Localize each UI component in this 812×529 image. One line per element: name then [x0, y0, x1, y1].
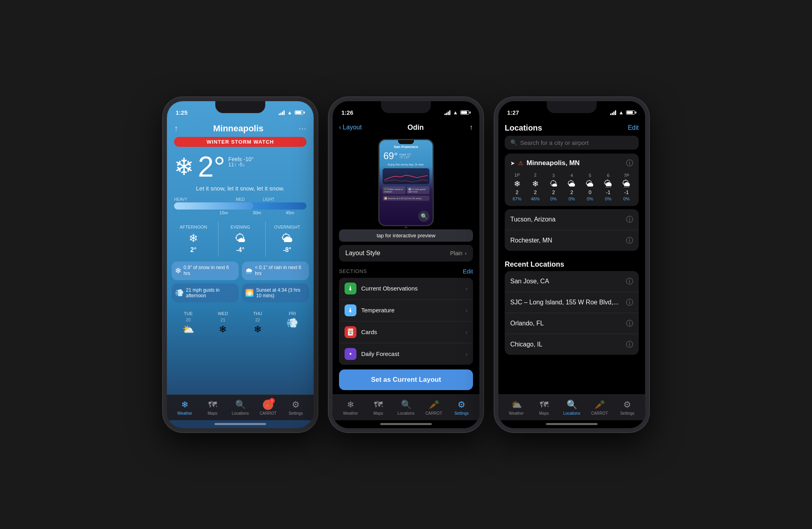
mini-temp-detail: Feels 72° 72° | 57°: [399, 153, 411, 159]
section-daily-forecast[interactable]: ✦ Daily Forecast ›: [339, 343, 473, 365]
wind-info-card[interactable]: 💨 21 mph gusts in afternoon: [172, 283, 239, 302]
day-tue[interactable]: TUE 20 ⛅: [172, 309, 205, 339]
phone3-screen: 1:27 ▲ Locations Edit: [498, 101, 645, 428]
weather-tab-icon: ❄: [181, 400, 188, 410]
sjc-info-icon[interactable]: ⓘ: [626, 298, 633, 307]
tab-weather-2[interactable]: ❄ Weather: [337, 400, 364, 416]
carrot-tab-label-3: CARROT: [591, 411, 608, 416]
day-wed-icon: ❄: [207, 324, 239, 335]
wind-info-text: 21 mph gusts in afternoon: [186, 287, 236, 298]
chicago-info-icon[interactable]: ⓘ: [626, 340, 633, 349]
tab-carrot-3[interactable]: 🥕 CARROT: [586, 400, 613, 416]
cards-icon: 🃏: [345, 326, 356, 338]
rain-forecast-card[interactable]: 🌧 < 0.1" of rain in next 6 hrs: [242, 262, 309, 280]
hour-5-temp: 0: [583, 189, 597, 195]
tooltip-text: tap for interactive preview: [377, 233, 435, 239]
precip-time-now: [174, 210, 207, 215]
layout-style-row[interactable]: Layout Style Plain ›: [339, 245, 473, 262]
temperature-icon: 🌡: [345, 304, 356, 316]
settings-tab-icon-2: ⚙: [458, 400, 465, 410]
share-button[interactable]: ↑: [174, 124, 178, 133]
tab-locations-2[interactable]: 🔍 Locations: [392, 400, 420, 416]
period-overnight-icon: 🌥: [267, 232, 307, 245]
storm-alert-banner[interactable]: WINTER STORM WATCH: [174, 137, 306, 147]
zoom-button[interactable]: 🔍: [418, 211, 429, 222]
phone2-content: ‹ Layout Odin ↑ San Francisco 69°: [333, 120, 479, 428]
maps-tab-icon: 🗺: [208, 400, 217, 410]
precip-time-labels: 15m 30m 45m: [174, 210, 306, 215]
hour-2-temp: 2: [529, 189, 542, 195]
settings-tab-icon-3: ⚙: [623, 400, 631, 410]
sunset-info-text: Sunset at 4:34 (3 hrs 10 mins): [256, 287, 306, 298]
section-temperature[interactable]: 🌡 Temperature ›: [339, 300, 473, 321]
phone2-share-button[interactable]: ↑: [469, 123, 473, 132]
set-as-current-layout-button[interactable]: Set as Current Layout: [339, 369, 473, 390]
storm-alert-text: WINTER STORM WATCH: [207, 139, 274, 145]
rochester-name: Rochester, MN: [510, 237, 626, 244]
day-tue-label: TUE: [172, 311, 204, 316]
tab-maps-2[interactable]: 🗺 Maps: [364, 400, 392, 416]
mini-city: San Francisco: [382, 145, 430, 149]
interactive-preview-tooltip: tap for interactive preview: [339, 229, 473, 242]
tab-maps-3[interactable]: 🗺 Maps: [530, 400, 558, 416]
hour-row: 1P ❄ 2 67% 2 ❄ 2 46%: [510, 173, 633, 201]
tab-settings-2[interactable]: ⚙ Settings: [448, 400, 475, 416]
tab-locations-1[interactable]: 🔍 Locations: [226, 400, 254, 416]
maps-tab-icon-2: 🗺: [374, 400, 383, 410]
section-current-observations[interactable]: 🌡 Current Observations ›: [339, 278, 473, 300]
hour-6-label: 6: [601, 173, 615, 178]
back-to-layout-button[interactable]: ‹ Layout: [339, 124, 362, 131]
location-sjc-long-island[interactable]: SJC – Long Island, 155 W Roe Blvd,... ⓘ: [505, 292, 639, 313]
orlando-info-icon[interactable]: ⓘ: [626, 319, 633, 328]
mini-temp-row: 69° Feels 72° 72° | 57°: [382, 150, 430, 162]
tab-weather-1[interactable]: ❄ Weather: [171, 400, 199, 416]
location-orlando[interactable]: Orlando, FL ⓘ: [505, 313, 639, 334]
day-thu[interactable]: THU 22 ❄: [241, 309, 274, 339]
search-placeholder: Search for a city or airport: [520, 139, 589, 146]
location-tucson[interactable]: Tucson, Arizona ⓘ: [505, 209, 639, 230]
phone3-status-icons: ▲: [610, 110, 636, 115]
recent-locations-header: Recent Locations: [498, 254, 645, 271]
tucson-info-icon[interactable]: ⓘ: [626, 215, 633, 224]
hour-2-precip: 46%: [529, 196, 542, 201]
tab-weather-3[interactable]: ⛅ Weather: [502, 400, 530, 416]
hour-7p-temp: -1: [620, 189, 633, 195]
location-rochester[interactable]: Rochester, MN ⓘ: [505, 230, 639, 251]
current-city-name: Minneapolis, MN: [527, 159, 623, 167]
period-overnight-label: OVERNIGHT: [267, 225, 307, 229]
locations-edit-button[interactable]: Edit: [628, 124, 639, 131]
sections-edit-button[interactable]: Edit: [463, 268, 473, 275]
location-chicago[interactable]: Chicago, IL ⓘ: [505, 334, 639, 355]
day-wed[interactable]: WED 21 ❄: [207, 309, 240, 339]
more-button[interactable]: ⋯: [299, 124, 306, 133]
day-fri[interactable]: FRI 💨: [276, 309, 309, 339]
tab-maps-1[interactable]: 🗺 Maps: [199, 400, 226, 416]
snow-forecast-card[interactable]: ❄ 0.9" of snow in next 6 hrs: [172, 262, 239, 280]
location-san-jose[interactable]: San Jose, CA ⓘ: [505, 271, 639, 292]
carrot-tab-label-2: CARROT: [425, 411, 442, 416]
san-jose-info-icon[interactable]: ⓘ: [626, 277, 633, 286]
hour-2-label: 2: [529, 173, 542, 177]
hour-4: 4 🌥 2 0%: [565, 173, 578, 201]
sunset-info-card[interactable]: 🌅 Sunset at 4:34 (3 hrs 10 mins): [242, 283, 309, 302]
locations-tab-icon-3: 🔍: [567, 400, 577, 410]
tab-carrot-1[interactable]: 🥕 ! CARROT: [254, 400, 282, 416]
tab-carrot-2[interactable]: 🥕 CARROT: [420, 400, 448, 416]
rochester-info-icon[interactable]: ⓘ: [626, 236, 633, 245]
phone1-wifi-icon: ▲: [287, 110, 292, 115]
current-location-card[interactable]: ➤ ⚠ Minneapolis, MN ⓘ 1P ❄ 2 67%: [505, 154, 639, 206]
mini-phone-notch: [398, 140, 414, 144]
periods-row: AFTERNOON ❄ 2° EVENING 🌤 -4° OVERNIGHT 🌥…: [167, 218, 314, 260]
search-bar[interactable]: 🔍 Search for a city or airport: [505, 136, 639, 150]
settings-tab-icon-1: ⚙: [292, 400, 300, 410]
mini-phone-preview[interactable]: San Francisco 69° Feels 72° 72° | 57° En…: [378, 139, 434, 226]
current-location-info-icon[interactable]: ⓘ: [626, 158, 633, 168]
snow-forecast-text: 0.9" of snow in next 6 hrs: [184, 265, 236, 277]
period-afternoon-label: AFTERNOON: [173, 225, 213, 229]
tab-locations-3[interactable]: 🔍 Locations: [558, 400, 586, 416]
section-cards[interactable]: 🃏 Cards ›: [339, 321, 473, 343]
tab-settings-1[interactable]: ⚙ Settings: [282, 400, 310, 416]
hourly-forecast: 1P ❄ 2 67% 2 ❄ 2 46%: [505, 169, 639, 206]
carrot-tab-icon: 🥕 !: [263, 400, 273, 410]
tab-settings-3[interactable]: ⚙ Settings: [613, 400, 641, 416]
